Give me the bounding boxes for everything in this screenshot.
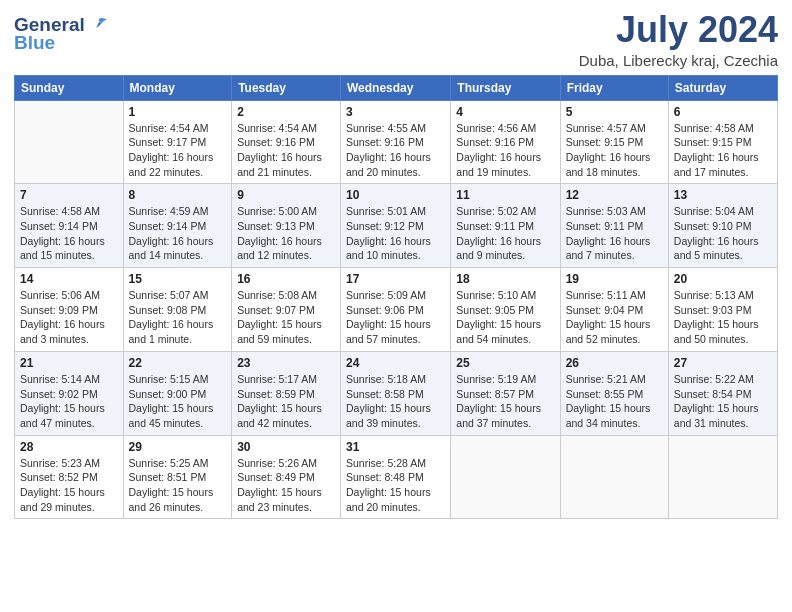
- day-number: 27: [674, 356, 772, 370]
- day-number: 23: [237, 356, 335, 370]
- day-info: Sunrise: 5:25 AMSunset: 8:51 PMDaylight:…: [129, 456, 227, 515]
- calendar-cell: 10Sunrise: 5:01 AMSunset: 9:12 PMDayligh…: [341, 184, 451, 268]
- header-thursday: Thursday: [451, 75, 560, 100]
- calendar-cell: 5Sunrise: 4:57 AMSunset: 9:15 PMDaylight…: [560, 100, 668, 184]
- calendar-cell: [15, 100, 124, 184]
- calendar-cell: 26Sunrise: 5:21 AMSunset: 8:55 PMDayligh…: [560, 351, 668, 435]
- logo-bird-icon: [87, 14, 109, 36]
- day-number: 28: [20, 440, 118, 454]
- calendar-cell: 15Sunrise: 5:07 AMSunset: 9:08 PMDayligh…: [123, 268, 232, 352]
- calendar-cell: [668, 435, 777, 519]
- day-info: Sunrise: 4:54 AMSunset: 9:17 PMDaylight:…: [129, 121, 227, 180]
- calendar-cell: 28Sunrise: 5:23 AMSunset: 8:52 PMDayligh…: [15, 435, 124, 519]
- day-info: Sunrise: 5:03 AMSunset: 9:11 PMDaylight:…: [566, 204, 663, 263]
- day-number: 24: [346, 356, 445, 370]
- main-title: July 2024: [579, 10, 778, 50]
- header-tuesday: Tuesday: [232, 75, 341, 100]
- logo: General Blue: [14, 14, 109, 54]
- day-number: 13: [674, 188, 772, 202]
- day-info: Sunrise: 5:07 AMSunset: 9:08 PMDaylight:…: [129, 288, 227, 347]
- logo-blue: Blue: [14, 32, 55, 54]
- day-info: Sunrise: 5:15 AMSunset: 9:00 PMDaylight:…: [129, 372, 227, 431]
- day-info: Sunrise: 5:04 AMSunset: 9:10 PMDaylight:…: [674, 204, 772, 263]
- week-row-4: 21Sunrise: 5:14 AMSunset: 9:02 PMDayligh…: [15, 351, 778, 435]
- calendar-cell: 11Sunrise: 5:02 AMSunset: 9:11 PMDayligh…: [451, 184, 560, 268]
- day-number: 10: [346, 188, 445, 202]
- calendar-cell: 1Sunrise: 4:54 AMSunset: 9:17 PMDaylight…: [123, 100, 232, 184]
- calendar-cell: 31Sunrise: 5:28 AMSunset: 8:48 PMDayligh…: [341, 435, 451, 519]
- day-number: 3: [346, 105, 445, 119]
- day-info: Sunrise: 4:56 AMSunset: 9:16 PMDaylight:…: [456, 121, 554, 180]
- day-info: Sunrise: 5:26 AMSunset: 8:49 PMDaylight:…: [237, 456, 335, 515]
- week-row-2: 7Sunrise: 4:58 AMSunset: 9:14 PMDaylight…: [15, 184, 778, 268]
- calendar-cell: 19Sunrise: 5:11 AMSunset: 9:04 PMDayligh…: [560, 268, 668, 352]
- day-info: Sunrise: 5:14 AMSunset: 9:02 PMDaylight:…: [20, 372, 118, 431]
- day-number: 30: [237, 440, 335, 454]
- day-info: Sunrise: 4:57 AMSunset: 9:15 PMDaylight:…: [566, 121, 663, 180]
- day-number: 5: [566, 105, 663, 119]
- week-row-1: 1Sunrise: 4:54 AMSunset: 9:17 PMDaylight…: [15, 100, 778, 184]
- calendar-cell: 3Sunrise: 4:55 AMSunset: 9:16 PMDaylight…: [341, 100, 451, 184]
- day-number: 2: [237, 105, 335, 119]
- day-info: Sunrise: 5:18 AMSunset: 8:58 PMDaylight:…: [346, 372, 445, 431]
- calendar-cell: 4Sunrise: 4:56 AMSunset: 9:16 PMDaylight…: [451, 100, 560, 184]
- calendar-cell: 27Sunrise: 5:22 AMSunset: 8:54 PMDayligh…: [668, 351, 777, 435]
- calendar-cell: 9Sunrise: 5:00 AMSunset: 9:13 PMDaylight…: [232, 184, 341, 268]
- day-number: 16: [237, 272, 335, 286]
- calendar-cell: 22Sunrise: 5:15 AMSunset: 9:00 PMDayligh…: [123, 351, 232, 435]
- day-info: Sunrise: 5:17 AMSunset: 8:59 PMDaylight:…: [237, 372, 335, 431]
- calendar-cell: 29Sunrise: 5:25 AMSunset: 8:51 PMDayligh…: [123, 435, 232, 519]
- day-info: Sunrise: 5:08 AMSunset: 9:07 PMDaylight:…: [237, 288, 335, 347]
- day-info: Sunrise: 5:13 AMSunset: 9:03 PMDaylight:…: [674, 288, 772, 347]
- header-friday: Friday: [560, 75, 668, 100]
- calendar-cell: [451, 435, 560, 519]
- day-number: 31: [346, 440, 445, 454]
- day-number: 4: [456, 105, 554, 119]
- day-info: Sunrise: 5:02 AMSunset: 9:11 PMDaylight:…: [456, 204, 554, 263]
- day-number: 25: [456, 356, 554, 370]
- day-info: Sunrise: 5:19 AMSunset: 8:57 PMDaylight:…: [456, 372, 554, 431]
- day-number: 20: [674, 272, 772, 286]
- calendar-cell: 14Sunrise: 5:06 AMSunset: 9:09 PMDayligh…: [15, 268, 124, 352]
- calendar-cell: 23Sunrise: 5:17 AMSunset: 8:59 PMDayligh…: [232, 351, 341, 435]
- day-number: 14: [20, 272, 118, 286]
- day-number: 1: [129, 105, 227, 119]
- day-info: Sunrise: 5:09 AMSunset: 9:06 PMDaylight:…: [346, 288, 445, 347]
- calendar-cell: 16Sunrise: 5:08 AMSunset: 9:07 PMDayligh…: [232, 268, 341, 352]
- calendar-cell: 7Sunrise: 4:58 AMSunset: 9:14 PMDaylight…: [15, 184, 124, 268]
- calendar-cell: 21Sunrise: 5:14 AMSunset: 9:02 PMDayligh…: [15, 351, 124, 435]
- day-number: 8: [129, 188, 227, 202]
- calendar-cell: 25Sunrise: 5:19 AMSunset: 8:57 PMDayligh…: [451, 351, 560, 435]
- calendar-cell: 6Sunrise: 4:58 AMSunset: 9:15 PMDaylight…: [668, 100, 777, 184]
- header-monday: Monday: [123, 75, 232, 100]
- day-number: 21: [20, 356, 118, 370]
- day-info: Sunrise: 4:59 AMSunset: 9:14 PMDaylight:…: [129, 204, 227, 263]
- calendar-cell: 12Sunrise: 5:03 AMSunset: 9:11 PMDayligh…: [560, 184, 668, 268]
- day-info: Sunrise: 5:23 AMSunset: 8:52 PMDaylight:…: [20, 456, 118, 515]
- calendar-cell: 20Sunrise: 5:13 AMSunset: 9:03 PMDayligh…: [668, 268, 777, 352]
- week-row-3: 14Sunrise: 5:06 AMSunset: 9:09 PMDayligh…: [15, 268, 778, 352]
- calendar-cell: 13Sunrise: 5:04 AMSunset: 9:10 PMDayligh…: [668, 184, 777, 268]
- day-number: 22: [129, 356, 227, 370]
- calendar-cell: 30Sunrise: 5:26 AMSunset: 8:49 PMDayligh…: [232, 435, 341, 519]
- day-number: 7: [20, 188, 118, 202]
- day-number: 18: [456, 272, 554, 286]
- day-number: 9: [237, 188, 335, 202]
- calendar-cell: 24Sunrise: 5:18 AMSunset: 8:58 PMDayligh…: [341, 351, 451, 435]
- title-area: July 2024 Duba, Liberecky kraj, Czechia: [579, 10, 778, 69]
- day-info: Sunrise: 4:58 AMSunset: 9:15 PMDaylight:…: [674, 121, 772, 180]
- day-info: Sunrise: 5:00 AMSunset: 9:13 PMDaylight:…: [237, 204, 335, 263]
- calendar-cell: 2Sunrise: 4:54 AMSunset: 9:16 PMDaylight…: [232, 100, 341, 184]
- week-row-5: 28Sunrise: 5:23 AMSunset: 8:52 PMDayligh…: [15, 435, 778, 519]
- header-wednesday: Wednesday: [341, 75, 451, 100]
- calendar-header-row: Sunday Monday Tuesday Wednesday Thursday…: [15, 75, 778, 100]
- day-number: 15: [129, 272, 227, 286]
- day-info: Sunrise: 5:06 AMSunset: 9:09 PMDaylight:…: [20, 288, 118, 347]
- day-number: 11: [456, 188, 554, 202]
- day-info: Sunrise: 5:10 AMSunset: 9:05 PMDaylight:…: [456, 288, 554, 347]
- header-sunday: Sunday: [15, 75, 124, 100]
- calendar-cell: [560, 435, 668, 519]
- header-row: General Blue July 2024 Duba, Liberecky k…: [14, 10, 778, 69]
- day-info: Sunrise: 4:55 AMSunset: 9:16 PMDaylight:…: [346, 121, 445, 180]
- day-info: Sunrise: 5:01 AMSunset: 9:12 PMDaylight:…: [346, 204, 445, 263]
